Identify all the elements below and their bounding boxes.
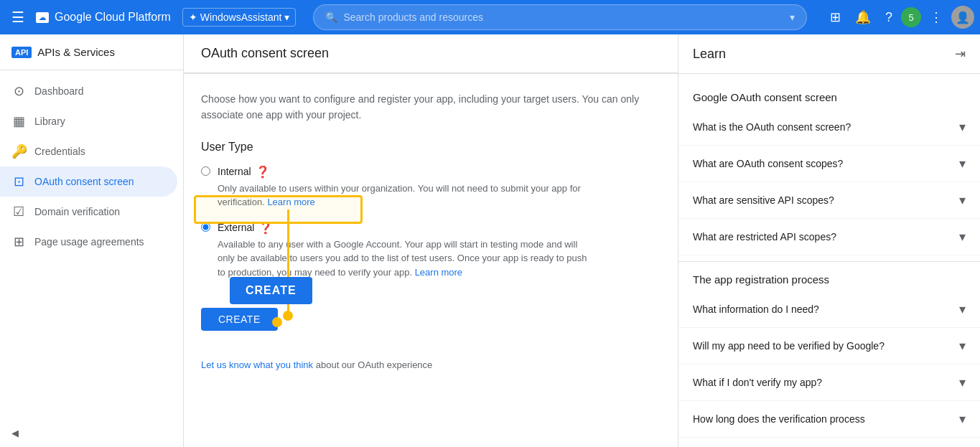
user-type-label: User Type (201, 141, 661, 154)
create-button[interactable]: CREATE (201, 308, 278, 331)
library-icon: ▦ (11, 113, 26, 129)
learn-item-info[interactable]: What information do I need? ▾ (678, 291, 980, 328)
learn-item-label: What if I don't verify my app? (693, 377, 822, 388)
internal-radio[interactable] (201, 166, 210, 176)
user-avatar[interactable]: 👤 (951, 6, 974, 29)
learn-item-no-verify[interactable]: What if I don't verify my app? ▾ (678, 364, 980, 401)
sidebar-item-dashboard[interactable]: ⊙ Dashboard (0, 76, 177, 106)
search-expand-icon[interactable]: ▾ (790, 11, 795, 23)
topnav-actions: ⊞ 🔔 ? 5 ⋮ 👤 (824, 4, 974, 31)
page-description: Choose how you want to configure and reg… (201, 91, 661, 123)
help-icon[interactable]: ? (879, 4, 898, 31)
apps-icon[interactable]: ⊞ (824, 4, 846, 31)
more-menu-icon[interactable]: ⋮ (924, 4, 948, 31)
oauth-icon: ⊡ (11, 174, 26, 189)
user-badge[interactable]: 5 (901, 7, 921, 27)
credentials-icon: 🔑 (11, 143, 26, 159)
project-name: WindowsAssistant (200, 11, 282, 23)
sidebar-header: API APIs & Services (0, 34, 183, 70)
sidebar-item-label: Credentials (34, 146, 85, 157)
sidebar-item-credentials[interactable]: 🔑 Credentials (0, 136, 177, 166)
learn-item-label: What are sensitive API scopes? (693, 194, 834, 206)
learn-item-restricted[interactable]: What are restricted API scopes? ▾ (678, 219, 980, 255)
user-type-section: User Type Internal ❓ Only available to u… (201, 141, 661, 280)
feedback-suffix: about our OAuth experience (316, 359, 433, 370)
external-description: Available to any user with a Google Acco… (218, 237, 591, 280)
sidebar: API APIs & Services ⊙ Dashboard ▦ Librar… (0, 34, 184, 447)
feedback-link[interactable]: Let us know what you think (201, 359, 313, 370)
annotation-dot-1 (283, 311, 293, 321)
learn-header: Learn ⇥ (678, 34, 980, 74)
internal-learn-more-link[interactable]: Learn more (267, 197, 314, 207)
project-dropdown-arrow: ▾ (284, 11, 289, 23)
sidebar-item-library[interactable]: ▦ Library (0, 106, 177, 136)
page-usage-icon: ⊞ (11, 234, 26, 250)
internal-description: Only available to users within your orga… (218, 182, 591, 210)
main-content: OAuth consent screen Choose how you want… (184, 34, 678, 447)
learn-item-label: Will my app need to be verified by Googl… (693, 340, 885, 352)
chevron-down-icon: ▾ (959, 119, 966, 135)
feedback-section: Let us know what you think about our OAu… (201, 359, 661, 370)
chevron-down-icon: ▾ (959, 411, 966, 427)
internal-label-row: Internal ❓ (218, 165, 591, 179)
chevron-down-icon: ▾ (959, 375, 966, 390)
external-label-row: External ❓ (218, 221, 591, 235)
api-badge: API (11, 47, 32, 58)
sidebar-item-label: Page usage agreements (34, 236, 144, 248)
sidebar-item-page-usage[interactable]: ⊞ Page usage agreements (0, 227, 177, 257)
hamburger-menu-icon[interactable]: ☰ (6, 3, 30, 32)
chevron-down-icon: ▾ (959, 192, 966, 208)
sidebar-title: APIs & Services (37, 46, 115, 58)
chevron-down-icon: ▾ (959, 301, 966, 317)
notification-icon[interactable]: 🔔 (849, 4, 877, 31)
learn-item-how-long[interactable]: How long does the verification process ▾ (678, 401, 980, 438)
top-navigation: ☰ ☁ Google Cloud Platform ✦ WindowsAssis… (0, 0, 980, 34)
external-option: External ❓ Available to any user with a … (201, 221, 661, 280)
external-radio[interactable] (201, 222, 210, 232)
create-button-container: CREATE (201, 296, 278, 348)
learn-item-oauth-screen[interactable]: What is the OAuth consent screen? ▾ (678, 109, 980, 146)
sidebar-item-label: OAuth consent screen (34, 176, 134, 187)
sidebar-item-oauth[interactable]: ⊡ OAuth consent screen (0, 166, 177, 197)
internal-label[interactable]: Internal (218, 166, 251, 177)
gcp-logo-icon: ☁ (36, 12, 49, 23)
learn-item-label: What is the OAuth consent screen? (693, 121, 851, 133)
chevron-down-icon: ▾ (959, 156, 966, 171)
learn-collapse-icon[interactable]: ⇥ (955, 46, 966, 62)
chevron-down-icon: ▾ (959, 338, 966, 354)
learn-item-label: How long does the verification process (693, 413, 865, 425)
sidebar-item-label: Dashboard (34, 85, 84, 97)
external-learn-more-link[interactable]: Learn more (415, 267, 462, 278)
dashboard-icon: ⊙ (11, 83, 26, 99)
learn-item-label: What are restricted API scopes? (693, 231, 836, 243)
learn-item-verified[interactable]: Will my app need to be verified by Googl… (678, 328, 980, 364)
sidebar-item-domain[interactable]: ☑ Domain verification (0, 197, 177, 227)
app-layout: API APIs & Services ⊙ Dashboard ▦ Librar… (0, 34, 980, 447)
app-title: Google Cloud Platform (55, 11, 171, 24)
sidebar-item-label: Library (34, 116, 65, 127)
learn-item-sensitive[interactable]: What are sensitive API scopes? ▾ (678, 182, 980, 219)
learn-body: Google OAuth consent screen What is the … (678, 74, 980, 443)
search-input[interactable] (343, 11, 784, 23)
learn-panel: Learn ⇥ Google OAuth consent screen What… (678, 34, 980, 447)
learn-item-label: What are OAuth consent scopes? (693, 158, 843, 169)
domain-icon: ☑ (11, 204, 26, 220)
external-label[interactable]: External (218, 222, 254, 233)
sidebar-collapse-button[interactable]: ◀ (0, 419, 183, 447)
page-title: OAuth consent screen (184, 34, 678, 73)
internal-help-icon[interactable]: ❓ (256, 165, 270, 179)
learn-main-title: Google OAuth consent screen (678, 80, 980, 109)
project-icon: ✦ (189, 11, 197, 23)
chevron-down-icon: ▾ (959, 229, 966, 245)
collapse-icon: ◀ (11, 428, 19, 438)
learn-item-scopes[interactable]: What are OAuth consent scopes? ▾ (678, 146, 980, 182)
search-bar[interactable]: 🔍 ▾ (313, 4, 807, 30)
feedback-text: Let us know what you think about our OAu… (201, 359, 661, 370)
sidebar-navigation: ⊙ Dashboard ▦ Library 🔑 Credentials ⊡ OA… (0, 70, 183, 419)
search-icon: 🔍 (325, 11, 337, 23)
learn-title: Learn (693, 47, 726, 62)
internal-option: Internal ❓ Only available to users withi… (201, 165, 661, 210)
external-help-icon[interactable]: ❓ (258, 221, 273, 235)
project-selector[interactable]: ✦ WindowsAssistant ▾ (182, 8, 297, 27)
learn-process-title: The app registration process (678, 261, 980, 291)
